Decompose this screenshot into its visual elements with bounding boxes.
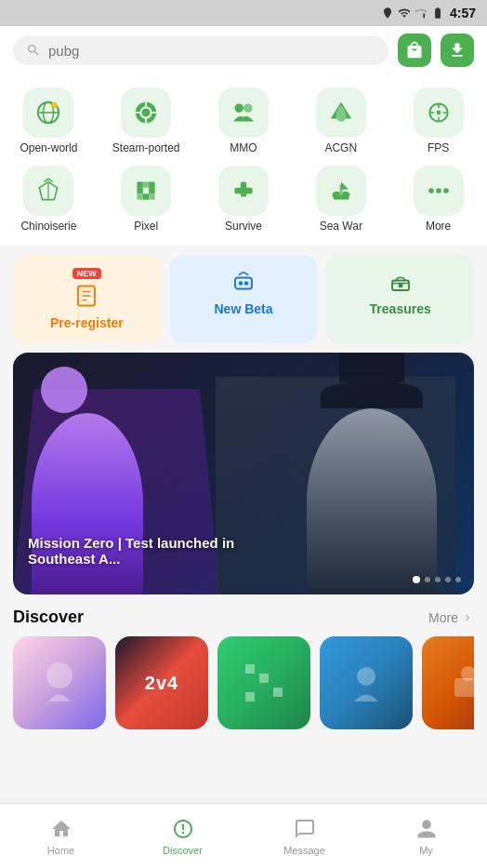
- fps-icon: [424, 98, 454, 127]
- svg-rect-24: [149, 188, 154, 194]
- my-icon: [415, 818, 438, 840]
- category-item-acgn[interactable]: ACGN: [304, 87, 378, 154]
- survive-label: Survive: [225, 220, 262, 233]
- category-item-chinoiserie[interactable]: Chinoiserie: [11, 166, 86, 233]
- download-icon: [448, 41, 467, 60]
- svg-rect-44: [245, 664, 255, 674]
- category-section: Open-world Steam-ported: [0, 74, 487, 246]
- sea-war-icon-wrap: [316, 166, 366, 216]
- category-item-open-world[interactable]: Open-world: [11, 87, 86, 154]
- nav-item-my[interactable]: My: [365, 816, 487, 856]
- pixel-icon: [131, 176, 161, 206]
- home-nav-icon-wrap: [48, 816, 74, 842]
- svg-point-39: [239, 281, 244, 286]
- steam-ported-label: Steam-ported: [112, 141, 180, 154]
- nav-item-home[interactable]: Home: [0, 816, 122, 856]
- more-icon-wrap: [414, 166, 464, 216]
- banner-dot-4: [445, 577, 451, 582]
- banner-dots: [413, 576, 461, 583]
- svg-rect-20: [138, 181, 143, 187]
- svg-rect-0: [423, 14, 425, 19]
- game-card-5[interactable]: [422, 636, 474, 729]
- game-card-img-4: [320, 636, 413, 729]
- game-card-3[interactable]: [217, 636, 310, 729]
- discover-nav-icon-wrap: [170, 816, 196, 842]
- sea-war-icon: [326, 176, 356, 206]
- nav-item-message[interactable]: Message: [244, 816, 365, 856]
- category-item-pixel[interactable]: Pixel: [109, 166, 183, 233]
- download-button[interactable]: [441, 33, 474, 67]
- status-bar: 4:57: [0, 0, 487, 26]
- fps-icon-wrap: [414, 87, 464, 138]
- svg-point-12: [244, 103, 253, 113]
- acgn-icon-wrap: [316, 87, 366, 138]
- banner-char-left: [32, 413, 143, 594]
- category-item-mmo[interactable]: MMO: [206, 87, 281, 154]
- status-icons: [381, 7, 444, 20]
- category-item-survive[interactable]: Survive: [206, 166, 281, 233]
- svg-point-14: [436, 111, 441, 115]
- tab-preregister[interactable]: NEW Pre-register: [13, 255, 161, 343]
- category-item-more[interactable]: More: [401, 166, 476, 233]
- svg-rect-42: [398, 284, 402, 288]
- survive-icon: [229, 176, 258, 206]
- svg-rect-22: [149, 181, 154, 187]
- discover-icon: [172, 818, 194, 840]
- tabs-section: NEW Pre-register New Beta: [0, 246, 487, 353]
- discover-more-label: More: [428, 610, 458, 625]
- tab-treasures[interactable]: Treasures: [326, 255, 474, 343]
- svg-point-11: [234, 103, 244, 113]
- signal-icon: [415, 7, 428, 20]
- acgn-label: ACGN: [324, 141, 357, 154]
- cart-button[interactable]: [398, 33, 431, 67]
- chinoiserie-icon: [33, 176, 63, 206]
- category-item-steam-ported[interactable]: Steam-ported: [109, 87, 183, 154]
- mmo-icon-wrap: [218, 87, 269, 138]
- cart-icon: [405, 41, 424, 60]
- status-time: 4:57: [450, 6, 476, 20]
- svg-rect-23: [138, 188, 143, 194]
- my-nav-label: My: [419, 845, 433, 856]
- game-card-img-2: 2v4: [115, 636, 208, 729]
- nav-item-discover[interactable]: Discover: [122, 816, 244, 856]
- banner-hat-brim: [321, 381, 423, 408]
- acgn-icon: [326, 98, 356, 127]
- game-card-1[interactable]: [13, 636, 106, 729]
- newbeta-icon: [230, 268, 257, 296]
- bottom-nav: Home Discover Message My: [0, 803, 487, 868]
- game-card-2[interactable]: 2v4: [115, 636, 208, 729]
- search-input[interactable]: [48, 43, 375, 59]
- discover-more-button[interactable]: More: [428, 610, 474, 625]
- svg-point-32: [436, 188, 441, 194]
- search-input-wrap[interactable]: [13, 36, 388, 65]
- mmo-label: MMO: [230, 141, 257, 154]
- category-row-1: Open-world Steam-ported: [0, 84, 487, 162]
- svg-point-40: [244, 281, 249, 286]
- game5-art-icon: [445, 660, 474, 706]
- treasures-label: Treasures: [370, 301, 431, 316]
- game-card-img-5: [422, 636, 474, 729]
- survive-icon-wrap: [218, 166, 269, 216]
- game-cards-row: 2v4: [13, 636, 474, 729]
- mmo-icon: [229, 98, 258, 127]
- pixel-icon-wrap: [121, 166, 171, 216]
- open-world-icon: [33, 98, 63, 127]
- game-card-4[interactable]: [320, 636, 413, 729]
- message-nav-icon-wrap: [292, 816, 318, 842]
- home-nav-label: Home: [47, 845, 74, 856]
- banner-dot-1: [413, 576, 420, 583]
- discover-title: Discover: [13, 608, 84, 627]
- category-item-fps[interactable]: FPS: [401, 87, 476, 154]
- preregister-badge: NEW: [72, 268, 101, 279]
- discover-more-chevron-icon: [461, 611, 474, 624]
- svg-point-31: [428, 188, 434, 194]
- svg-rect-25: [138, 194, 143, 199]
- banner-char-right: [307, 408, 437, 594]
- category-item-sea-war[interactable]: Sea War: [304, 166, 378, 233]
- svg-rect-46: [273, 688, 283, 697]
- banner-section[interactable]: Mission Zero | Test launched in Southeas…: [13, 353, 474, 594]
- sea-war-label: Sea War: [320, 220, 362, 233]
- tab-newbeta[interactable]: New Beta: [170, 255, 318, 343]
- svg-rect-26: [143, 194, 149, 199]
- pixel-label: Pixel: [134, 220, 158, 233]
